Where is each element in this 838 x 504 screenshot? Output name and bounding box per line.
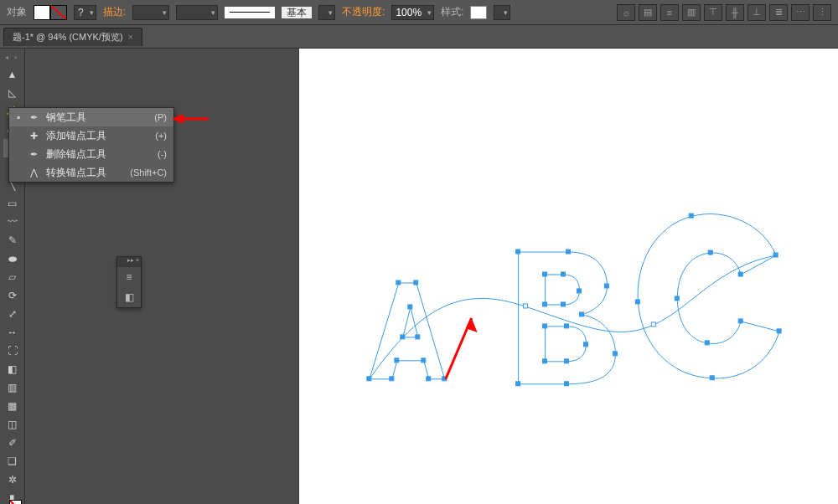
stroke-label: 描边: (103, 5, 126, 19)
graphic-style-swatch[interactable] (470, 6, 487, 19)
distribute-v-icon[interactable]: ⋯ (791, 4, 810, 21)
align-left-icon[interactable]: ▤ (639, 4, 657, 21)
svg-rect-12 (566, 249, 571, 254)
graphic-style-dropdown[interactable] (494, 5, 510, 20)
stroke-variable-dropdown[interactable] (176, 5, 218, 20)
direct-select-tool[interactable]: ◺ (3, 84, 22, 102)
svg-rect-39 (651, 322, 655, 327)
svg-rect-20 (577, 289, 581, 293)
pencil-tool[interactable]: ✎ (3, 231, 22, 249)
opacity-dropdown[interactable]: 100% (391, 5, 434, 20)
blend-tool[interactable]: ❏ (3, 452, 22, 471)
align-bottom-icon[interactable]: ⊥ (747, 4, 766, 21)
perspective-tool[interactable]: ▥ (3, 378, 22, 397)
svg-rect-5 (367, 377, 371, 381)
flyout-tool-icon: ✒ (28, 149, 39, 160)
pen-tool-flyout: ▪✒钢笔工具(P)✚添加锚点工具(+)✒删除锚点工具(-)⋀转换锚点工具(Shi… (8, 107, 174, 183)
svg-rect-38 (524, 304, 528, 308)
svg-rect-36 (708, 250, 712, 255)
close-icon[interactable]: × (128, 32, 133, 42)
shape-builder-tool[interactable]: ◧ (3, 360, 22, 378)
flyout-item-3[interactable]: ⋀转换锚点工具(Shift+C) (9, 163, 173, 182)
more-align-icon[interactable]: ⋮ (813, 4, 831, 21)
scale-tool[interactable]: ⤢ (3, 305, 22, 323)
svg-rect-29 (689, 213, 693, 218)
flyout-item-0[interactable]: ▪✒钢笔工具(P) (9, 108, 173, 126)
flyout-item-shortcut: (P) (154, 112, 167, 122)
mini-panel-collapse-icon[interactable]: ▸▸ (127, 257, 134, 267)
stroke-weight-dropdown[interactable] (132, 5, 169, 20)
style-label: 样式: (441, 5, 463, 19)
svg-rect-21 (561, 302, 566, 306)
letter-b-hole-top (546, 275, 580, 305)
mini-panel-row-1[interactable]: ≡ (117, 267, 141, 287)
svg-rect-26 (565, 359, 569, 363)
mini-panel-row-2[interactable]: ◧ (117, 287, 141, 307)
eyedropper-tool[interactable]: ✐ (3, 434, 22, 452)
blob-brush-tool[interactable]: ⬬ (3, 249, 22, 268)
fill-stroke-swatches[interactable] (34, 5, 67, 20)
align-hcenter-icon[interactable]: ≡ (660, 4, 679, 21)
align-overlay-icon[interactable]: ☼ (617, 4, 635, 21)
rectangle-tool[interactable]: ▭ (3, 194, 22, 213)
distribute-h-icon[interactable]: ≣ (769, 4, 788, 21)
mini-panel-close-icon[interactable]: × (136, 257, 139, 267)
svg-rect-18 (543, 272, 547, 276)
align-right-icon[interactable]: ▥ (682, 4, 701, 21)
svg-rect-37 (738, 272, 742, 276)
svg-rect-15 (613, 352, 617, 356)
svg-rect-14 (579, 312, 583, 316)
width-tool[interactable]: ↔ (3, 323, 22, 342)
flyout-item-2[interactable]: ✒删除锚点工具(-) (9, 145, 173, 163)
letter-b-hole-bottom (546, 327, 587, 362)
workspace: ▲◺✨ᔕ✒T╲▭〰✎⬬▱⟳⤢↔⛶◧▥▦◫✐❏✲▮ ☐ (0, 49, 838, 504)
letter-b-outline (519, 252, 616, 384)
svg-rect-13 (604, 284, 608, 288)
stroke-style-preview[interactable] (225, 7, 275, 18)
questionmark-label: ? (78, 7, 84, 18)
svg-rect-30 (635, 300, 639, 304)
align-vcenter-icon[interactable]: ╫ (726, 4, 744, 21)
mini-panel-header[interactable]: ▸▸ × (117, 257, 141, 267)
svg-rect-27 (543, 359, 547, 363)
canvas[interactable] (298, 49, 838, 504)
fill-swatch[interactable] (34, 5, 50, 20)
svg-rect-0 (396, 280, 401, 285)
document-tab[interactable]: 题-1* @ 94% (CMYK/预览) × (3, 28, 142, 46)
align-button-group: ☼ ▤ ≡ ▥ ⊤ ╫ ⊥ ≣ ⋯ ⋮ (617, 4, 831, 21)
flyout-item-1[interactable]: ✚添加锚点工具(+) (9, 126, 173, 145)
svg-rect-25 (583, 342, 587, 347)
menu-item-object[interactable]: 对象 (7, 5, 27, 19)
flyout-tool-icon: ✒ (28, 112, 39, 123)
control-bar: 对象 ? 描边: 基本 不透明度: 100% 样式: ☼ ▤ ≡ ▥ ⊤ ╫ ⊥… (0, 0, 838, 25)
svg-rect-4 (390, 377, 394, 381)
mini-panel[interactable]: ▸▸ × ≡ ◧ (116, 256, 142, 308)
svg-rect-1 (414, 280, 418, 285)
svg-rect-33 (738, 319, 742, 323)
questionmark-dropdown[interactable]: ? (74, 5, 96, 20)
flyout-item-label: 钢笔工具 (46, 111, 86, 125)
flyout-item-label: 添加锚点工具 (46, 129, 106, 143)
svg-rect-8 (401, 335, 405, 339)
selection-tool[interactable]: ▲ (3, 65, 22, 84)
svg-rect-7 (395, 358, 399, 363)
mesh-tool[interactable]: ▦ (3, 397, 22, 415)
svg-rect-17 (516, 382, 520, 386)
toolbox-drag-handle[interactable] (4, 54, 21, 60)
stroke-basic-label: 基本 (282, 7, 312, 18)
svg-rect-19 (561, 272, 566, 276)
symbol-spray-tool[interactable]: ✲ (3, 471, 22, 489)
svg-rect-11 (516, 249, 520, 254)
letter-c-outline (638, 214, 779, 378)
stroke-swatch[interactable] (50, 5, 67, 20)
stroke-profile-dropdown[interactable] (318, 5, 335, 20)
rotate-tool[interactable]: ⟳ (3, 286, 22, 305)
free-transform-tool[interactable]: ⛶ (3, 342, 22, 360)
brush-tool[interactable]: 〰 (3, 213, 22, 231)
gradient-tool[interactable]: ◫ (3, 415, 22, 434)
align-top-icon[interactable]: ⊤ (704, 4, 722, 21)
svg-rect-22 (543, 302, 547, 306)
eraser-tool[interactable]: ▱ (3, 268, 22, 286)
flyout-bullet: ▪ (16, 111, 21, 123)
flyout-item-shortcut: (+) (155, 131, 167, 141)
